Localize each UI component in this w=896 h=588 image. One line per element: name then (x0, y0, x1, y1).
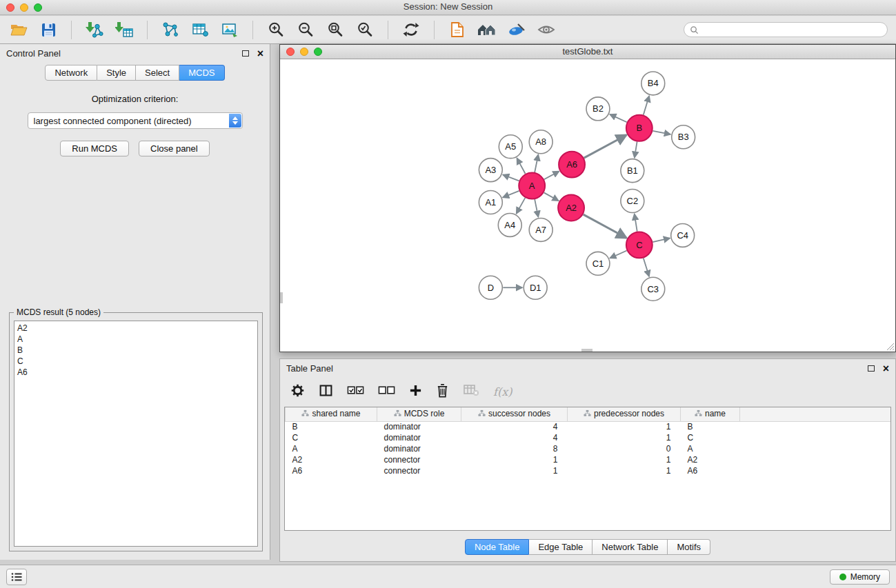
column-header-MCDS-role[interactable]: MCDS role (377, 407, 461, 421)
zoom-selected-button[interactable] (355, 19, 375, 40)
tab-mcds[interactable]: MCDS (179, 65, 224, 81)
graph-node-B2[interactable]: B2 (586, 97, 610, 121)
horizontal-scroll-indicator[interactable] (581, 349, 593, 352)
table-cell[interactable]: connector (377, 454, 461, 465)
table-row[interactable]: Adominator80A (286, 443, 891, 454)
unselect-all-columns-button[interactable] (378, 383, 395, 400)
graph-node-B4[interactable]: B4 (641, 72, 665, 95)
new-network-button[interactable] (160, 19, 181, 40)
graph-node-D[interactable]: D (479, 276, 502, 299)
new-network-table-button[interactable] (190, 19, 210, 40)
table-tab-motifs[interactable]: Motifs (668, 539, 710, 555)
table-cell[interactable]: A2 (286, 454, 377, 465)
close-panel-button[interactable]: Close panel (139, 141, 210, 156)
network-minimize-button[interactable] (300, 48, 308, 56)
graph-node-A1[interactable]: A1 (479, 191, 502, 214)
table-cell[interactable]: connector (377, 465, 461, 476)
zoom-fit-button[interactable] (325, 19, 346, 40)
graph-edge-C-C4[interactable] (653, 238, 670, 242)
graph-node-C4[interactable]: C4 (671, 223, 695, 247)
graph-edge-A2-C[interactable] (584, 214, 627, 238)
network-zoom-button[interactable] (314, 48, 322, 56)
graph-node-B[interactable]: B (626, 115, 653, 141)
graph-edge-C-C3[interactable] (644, 258, 649, 276)
network-canvas[interactable]: B4B2BB3A5A8A6A3B1AC2A1A2A4A7C4CC1DD1C3 (280, 60, 895, 352)
table-float-panel-icon[interactable] (868, 365, 875, 372)
zoom-in-button[interactable] (266, 19, 286, 40)
table-cell[interactable]: 1 (568, 454, 681, 465)
table-close-panel-icon[interactable]: × (883, 365, 889, 373)
table-cell[interactable]: 1 (461, 454, 568, 465)
table-cell[interactable]: 4 (461, 421, 568, 432)
table-cell[interactable]: A6 (286, 465, 377, 476)
graph-edge-B-B3[interactable] (653, 131, 670, 134)
table-settings-button[interactable] (290, 383, 305, 401)
import-table-from-file-button[interactable] (114, 19, 135, 40)
table-tab-network-table[interactable]: Network Table (593, 539, 668, 555)
table-tab-node-table[interactable]: Node Table (465, 539, 530, 555)
zoom-out-button[interactable] (295, 19, 316, 40)
mcds-result-item[interactable]: C (17, 356, 255, 367)
network-window-titlebar[interactable]: testGlobe.txt (280, 45, 895, 59)
table-cell[interactable]: B (681, 421, 740, 432)
tab-style[interactable]: Style (97, 65, 136, 81)
graph-node-B3[interactable]: B3 (672, 125, 695, 149)
create-new-column-button[interactable] (409, 384, 422, 400)
column-header-successor-nodes[interactable]: successor nodes (461, 407, 568, 421)
graph-node-D1[interactable]: D1 (524, 276, 547, 299)
run-mcds-button[interactable]: Run MCDS (60, 141, 129, 156)
graph-node-C[interactable]: C (626, 232, 653, 258)
close-window-button[interactable] (6, 3, 14, 12)
table-cell[interactable]: 1 (568, 421, 681, 432)
function-builder-button[interactable]: f(x) (493, 385, 512, 398)
graph-edge-A-A4[interactable] (517, 198, 526, 214)
select-all-columns-button[interactable] (347, 383, 364, 400)
graph-node-A5[interactable]: A5 (499, 135, 522, 159)
float-panel-icon[interactable] (242, 50, 249, 57)
graph-node-A4[interactable]: A4 (498, 213, 521, 236)
table-row[interactable]: A2connector11A2 (286, 454, 891, 465)
table-cell[interactable]: 1 (461, 465, 568, 476)
show-graphics-details-button[interactable] (536, 19, 557, 40)
column-header-name[interactable]: name (681, 407, 740, 421)
graph-node-A3[interactable]: A3 (479, 159, 502, 182)
table-cell[interactable]: dominator (377, 421, 461, 432)
memory-button[interactable]: Memory (830, 569, 890, 585)
graph-node-B1[interactable]: B1 (621, 159, 644, 183)
graph-edge-C-C1[interactable] (610, 251, 626, 258)
table-cell[interactable]: A6 (681, 465, 740, 476)
table-cell[interactable]: A2 (681, 454, 740, 465)
minimize-window-button[interactable] (20, 3, 28, 12)
graph-node-A[interactable]: A (519, 173, 545, 199)
network-close-button[interactable] (286, 48, 295, 56)
graph-edge-A-A1[interactable] (503, 191, 519, 197)
column-header-predecessor-nodes[interactable]: predecessor nodes (568, 407, 681, 421)
mcds-result-item[interactable]: B (17, 345, 255, 356)
graph-node-A8[interactable]: A8 (529, 130, 552, 154)
table-cell[interactable]: C (286, 432, 377, 443)
table-cell[interactable]: 4 (461, 432, 568, 443)
table-tab-edge-table[interactable]: Edge Table (529, 539, 593, 555)
zoom-window-button[interactable] (34, 3, 42, 12)
graph-node-A2[interactable]: A2 (558, 195, 584, 221)
style-brush-button[interactable] (506, 19, 527, 40)
mcds-result-item[interactable]: A2 (17, 323, 255, 334)
export-image-button[interactable] (219, 19, 240, 40)
graph-edge-A-A7[interactable] (535, 199, 538, 217)
graph-edge-A-A6[interactable] (544, 172, 559, 180)
show-hide-panels-button[interactable] (6, 569, 27, 585)
open-session-button[interactable] (8, 19, 29, 40)
search-input[interactable] (702, 25, 882, 34)
table-cell[interactable]: dominator (377, 443, 461, 454)
save-session-button[interactable] (38, 19, 59, 40)
graph-edge-B-B2[interactable] (610, 114, 627, 122)
table-row[interactable]: Cdominator41C (286, 432, 891, 443)
table-cell[interactable]: A (286, 443, 377, 454)
graph-edge-B-B1[interactable] (635, 141, 637, 157)
vertical-scroll-indicator[interactable] (280, 292, 283, 303)
table-cell[interactable]: C (681, 432, 740, 443)
graph-edge-A-A5[interactable] (517, 158, 525, 174)
tab-select[interactable]: Select (136, 65, 179, 81)
graph-edge-A-A8[interactable] (535, 154, 538, 172)
table-cell[interactable]: 1 (568, 465, 681, 476)
